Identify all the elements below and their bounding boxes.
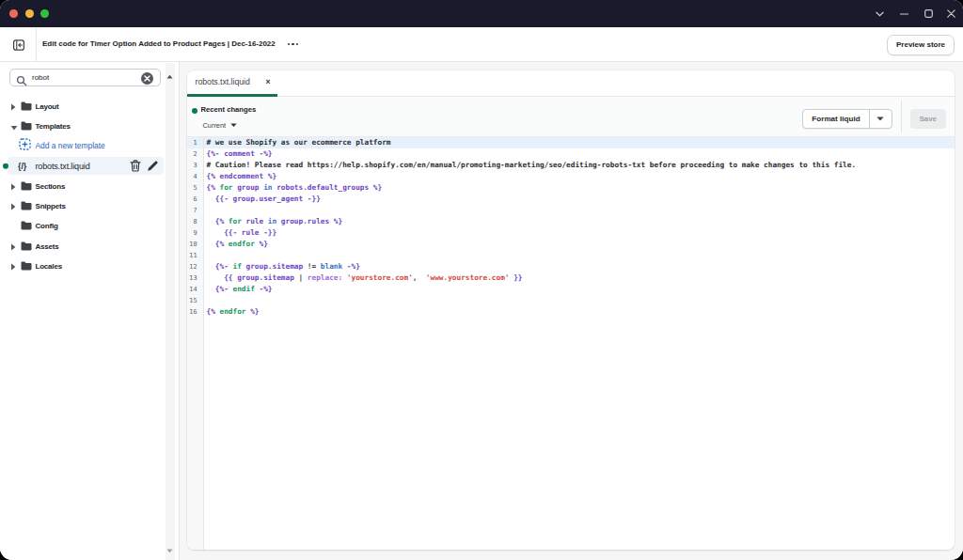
chevron-right-icon[interactable]: [10, 197, 16, 214]
code-text: {{- rule -}}: [204, 227, 276, 239]
preview-store-button[interactable]: Preview store: [887, 35, 955, 55]
tab-close-button[interactable]: ×: [262, 76, 274, 87]
folder-icon: [21, 217, 32, 234]
file-sidebar: LayoutTemplatesAdd a new template{/}robo…: [0, 62, 180, 560]
scroll-up-arrow-icon[interactable]: [166, 66, 173, 83]
mac-close-button[interactable]: [9, 9, 18, 18]
code-text: {% endfor %}: [204, 239, 268, 250]
line-number: 13: [187, 272, 204, 284]
code-line-7[interactable]: 7: [187, 205, 955, 216]
search-icon: [16, 73, 27, 90]
window-minimize-icon[interactable]: [892, 0, 916, 27]
editor-toolbar: Recent changes Current Format liquid Sav…: [187, 97, 955, 137]
code-line-16[interactable]: 16{% endfor %}: [187, 306, 955, 318]
chevron-down-icon: [230, 123, 237, 128]
code-line-14[interactable]: 14 {%- endif -%}: [187, 284, 955, 295]
toolbar-divider: [901, 101, 902, 132]
add-template-icon: [19, 137, 31, 154]
line-number: 3: [187, 160, 204, 171]
code-line-1[interactable]: 1# we use Shopify as our ecommerce platf…: [187, 137, 955, 148]
tree-item-templates[interactable]: Templates: [0, 116, 165, 135]
window-titlebar: [0, 0, 963, 27]
code-text: [204, 205, 207, 216]
tab-robots-txt-liquid[interactable]: robots.txt.liquid ×: [187, 70, 277, 97]
close-icon: [144, 75, 150, 82]
tree-item-locales[interactable]: Locales: [0, 256, 165, 275]
code-line-10[interactable]: 10 {% endfor %}: [187, 239, 955, 250]
mac-zoom-button[interactable]: [40, 9, 49, 18]
editor-topbar: Edit code for Timer Option Added to Prod…: [0, 27, 963, 62]
folder-icon: [21, 98, 32, 115]
code-text: {% endcomment %}: [204, 171, 276, 182]
code-editor[interactable]: 1# we use Shopify as our ecommerce platf…: [187, 137, 955, 550]
code-line-12[interactable]: 12 {%- if group.sitemap != blank -%}: [187, 261, 955, 272]
save-button[interactable]: Save: [910, 109, 946, 129]
code-line-8[interactable]: 8 {% for rule in group.rules %}: [187, 216, 955, 227]
code-line-5[interactable]: 5{% for group in robots.default_groups %…: [187, 182, 955, 194]
collapse-sidebar-icon: [13, 39, 24, 51]
window-menu-chevron-icon[interactable]: [867, 0, 892, 27]
recent-changes-label: Recent changes: [201, 105, 257, 114]
chevron-right-icon[interactable]: [10, 238, 16, 255]
add-new-template-link[interactable]: Add a new template: [0, 136, 165, 156]
line-number: 5: [187, 182, 204, 194]
folder-icon: [21, 257, 32, 274]
rename-file-button[interactable]: [146, 160, 159, 173]
version-dropdown[interactable]: Current: [203, 120, 238, 132]
clear-search-button[interactable]: [141, 72, 153, 85]
tree-item-label: Add a new template: [36, 141, 105, 150]
tree-item-snippets[interactable]: Snippets: [0, 195, 165, 215]
sidebar-scrollbar[interactable]: [166, 63, 176, 560]
code-lines: 1# we use Shopify as our ecommerce platf…: [187, 137, 955, 318]
tree-item-label: Snippets: [36, 202, 66, 210]
line-number: 14: [187, 284, 204, 295]
tree-item-assets[interactable]: Assets: [0, 236, 165, 256]
topbar-divider: [36, 27, 37, 61]
tree-item-config[interactable]: Config: [0, 216, 165, 236]
mac-minimize-button[interactable]: [25, 9, 34, 18]
tab-label: robots.txt.liquid: [196, 70, 250, 94]
chevron-right-icon[interactable]: [10, 178, 16, 194]
code-line-6[interactable]: 6 {{- group.user_agent -}}: [187, 194, 955, 205]
line-number: 1: [187, 137, 204, 148]
chevron-down-icon[interactable]: [10, 117, 18, 134]
window-maximize-icon[interactable]: [916, 0, 940, 27]
liquid-file-icon: {/}: [18, 162, 26, 171]
folder-icon: [21, 117, 32, 134]
delete-file-button[interactable]: [129, 160, 142, 173]
tree-item-label: Layout: [36, 101, 59, 110]
code-line-13[interactable]: 13 {{ group.sitemap | replace: 'yourstor…: [187, 272, 955, 284]
tab-bar: robots.txt.liquid ×: [187, 70, 955, 97]
app-window: Edit code for Timer Option Added to Prod…: [0, 0, 963, 560]
search-box: [9, 69, 161, 86]
more-actions-button[interactable]: [284, 38, 302, 51]
code-line-3[interactable]: 3# Caution! Please read https://help.sho…: [187, 160, 955, 171]
tree-item-robots-txt-liquid[interactable]: {/}robots.txt.liquid: [0, 156, 165, 176]
scroll-down-arrow-icon[interactable]: [166, 540, 173, 557]
format-liquid-split-button: Format liquid: [802, 109, 892, 129]
code-line-11[interactable]: 11: [187, 250, 955, 261]
tree-item-layout[interactable]: Layout: [0, 96, 165, 116]
collapse-sidebar-button[interactable]: [13, 39, 24, 51]
code-text: [204, 250, 207, 261]
code-text: {{ group.sitemap | replace: 'yourstore.c…: [204, 272, 523, 284]
search-input[interactable]: [32, 70, 137, 86]
window-close-icon[interactable]: [939, 0, 963, 27]
code-text: {%- if group.sitemap != blank -%}: [204, 261, 360, 272]
code-line-15[interactable]: 15: [187, 295, 955, 306]
editor-main: robots.txt.liquid × Recent changes Curre…: [180, 62, 963, 560]
code-text: {% endfor %}: [204, 306, 260, 318]
tree-item-label: Locales: [36, 262, 62, 271]
format-liquid-dropdown-button[interactable]: [869, 110, 892, 128]
code-line-2[interactable]: 2{%- comment -%}: [187, 148, 955, 160]
code-line-4[interactable]: 4{% endcomment %}: [187, 171, 955, 182]
line-number: 9: [187, 227, 204, 239]
version-label: Current: [203, 121, 227, 130]
format-liquid-button[interactable]: Format liquid: [803, 110, 869, 128]
code-line-9[interactable]: 9 {{- rule -}}: [187, 227, 955, 239]
chevron-right-icon[interactable]: [10, 98, 16, 115]
code-text: {%- endif -%}: [204, 284, 273, 295]
tree-item-sections[interactable]: Sections: [0, 176, 165, 195]
chevron-right-icon[interactable]: [10, 257, 16, 274]
tree-item-label: Assets: [36, 241, 59, 250]
